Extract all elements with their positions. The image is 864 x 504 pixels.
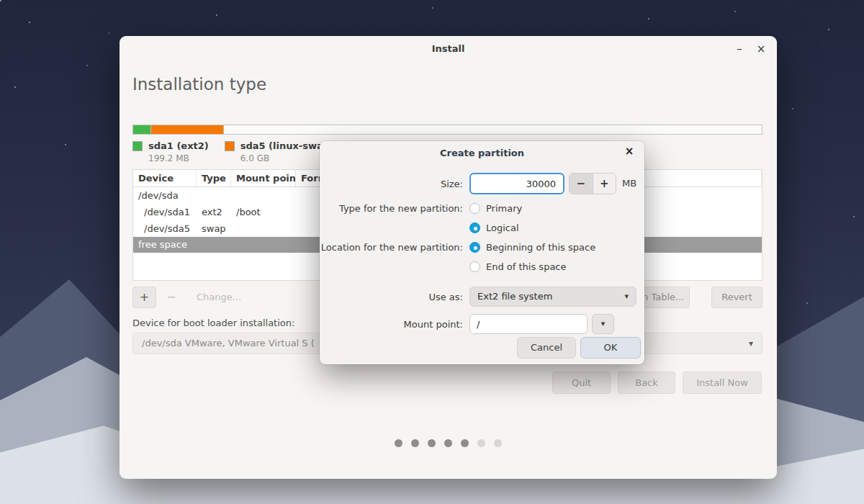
location-label: Location for the new partition: — [321, 242, 463, 253]
cell-mount: /boot — [231, 207, 296, 217]
radio-label: Beginning of this space — [486, 242, 595, 253]
radio-logical[interactable]: Logical — [469, 222, 519, 233]
back-button[interactable]: Back — [618, 372, 675, 394]
radio-icon-checked[interactable] — [469, 242, 480, 253]
partition-bar-segment — [223, 125, 762, 134]
dialog-title: Create partition — [320, 148, 644, 158]
col-type[interactable]: Type — [197, 170, 231, 186]
radio-end[interactable]: End of this space — [469, 261, 567, 272]
create-partition-dialog: Create partition × Size: − + MB Type for… — [320, 141, 644, 364]
change-button[interactable]: Change... — [186, 287, 252, 308]
page-dot — [428, 439, 436, 447]
cancel-button[interactable]: Cancel — [517, 337, 576, 359]
size-input[interactable] — [469, 173, 564, 194]
size-decrement-button[interactable]: − — [570, 174, 593, 194]
revert-button[interactable]: Revert — [711, 287, 762, 308]
legend-swatch-orange — [225, 141, 235, 151]
install-now-button[interactable]: Install Now — [683, 372, 762, 394]
page-dot — [477, 439, 485, 447]
legend-item: sda1 (ext2) 199.2 MB — [132, 140, 209, 163]
radio-icon-checked[interactable] — [469, 222, 480, 233]
size-increment-button[interactable]: + — [593, 174, 616, 194]
size-stepper: − + — [569, 173, 616, 194]
radio-label: Logical — [486, 222, 519, 233]
radio-icon[interactable] — [469, 261, 480, 272]
bootloader-device-value: /dev/sda VMware, VMware Virtual S ( — [142, 338, 315, 348]
bootloader-label: Device for boot loader installation: — [132, 318, 294, 328]
col-mount-point[interactable]: Mount point — [231, 170, 296, 186]
radio-label: Primary — [486, 203, 522, 214]
type-label: Type for the new partition: — [339, 203, 463, 214]
use-as-label: Use as: — [428, 292, 463, 302]
close-icon[interactable]: × — [754, 42, 768, 57]
dialog-close-icon[interactable]: × — [623, 145, 636, 158]
chevron-down-icon: ▾ — [624, 287, 629, 306]
minimize-icon[interactable]: – — [732, 42, 747, 57]
size-label: Size: — [441, 179, 463, 189]
page-dots — [120, 439, 777, 447]
window-title: Install — [120, 36, 777, 62]
cell-device: /dev/sda5 — [133, 223, 197, 234]
page-dot — [395, 439, 402, 447]
use-as-select[interactable]: Ext2 file system ▾ — [469, 287, 636, 307]
remove-partition-button[interactable]: − — [163, 287, 180, 308]
cell-type: swap — [197, 223, 231, 234]
mount-point-dropdown-button[interactable]: ▾ — [592, 314, 614, 334]
page-dot — [494, 439, 502, 447]
partition-bar — [132, 125, 762, 135]
page-dot — [444, 439, 452, 447]
quit-button[interactable]: Quit — [552, 372, 611, 394]
legend-item: sda5 (linux-swap) 6.0 GB — [225, 140, 334, 163]
mount-point-input[interactable] — [469, 314, 588, 334]
add-partition-button[interactable]: + — [132, 287, 156, 308]
radio-primary[interactable]: Primary — [469, 202, 522, 214]
cell-type: ext2 — [197, 207, 231, 217]
use-as-value: Ext2 file system — [477, 291, 552, 302]
partition-bar-segment — [150, 125, 223, 134]
page-dot — [411, 439, 419, 447]
legend-size: 199.2 MB — [148, 153, 209, 163]
size-unit-label: MB — [622, 178, 636, 189]
partition-bar-segment — [133, 125, 150, 134]
radio-beginning[interactable]: Beginning of this space — [469, 241, 595, 253]
ok-button[interactable]: OK — [580, 337, 641, 359]
radio-label: End of this space — [486, 261, 567, 272]
legend-name: sda1 (ext2) — [148, 140, 209, 151]
page-title: Installation type — [132, 75, 266, 94]
page-dot — [461, 439, 469, 447]
radio-icon[interactable] — [469, 203, 480, 214]
legend-swatch-green — [132, 141, 143, 151]
col-device[interactable]: Device — [133, 170, 197, 186]
chevron-down-icon: ▾ — [601, 319, 606, 328]
cell-device: /dev/sda1 — [133, 207, 197, 217]
mount-point-label: Mount point: — [404, 319, 463, 330]
cell-device: /dev/sda — [133, 190, 197, 201]
chevron-down-icon: ▾ — [749, 333, 753, 354]
